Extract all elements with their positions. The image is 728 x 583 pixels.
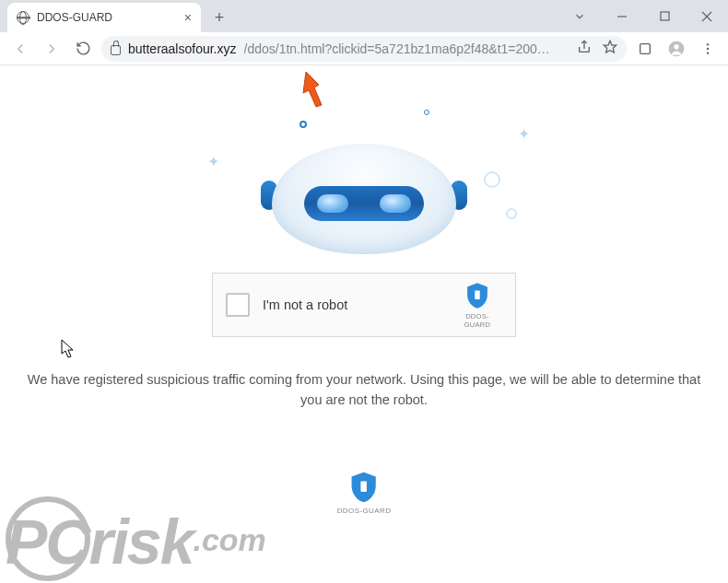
- bookmark-star-icon[interactable]: [603, 40, 617, 58]
- footer-brand-text: DDOS-GUARD: [337, 507, 392, 515]
- reload-button[interactable]: [70, 36, 96, 62]
- profile-button[interactable]: [663, 36, 689, 62]
- svg-rect-12: [475, 290, 479, 299]
- decor-dot-icon: [424, 110, 429, 115]
- captcha-brand: DDOS-GUARD: [452, 312, 502, 329]
- tab-search-button[interactable]: [558, 0, 601, 32]
- back-button[interactable]: [7, 36, 33, 62]
- decor-dot-icon: [299, 121, 307, 128]
- captcha-label: I'm not a robot: [263, 297, 440, 312]
- robot-visor: [304, 186, 424, 221]
- watermark: PCrisk.com: [6, 506, 266, 577]
- browser-toolbar: butteraalsofour.xyz /ddos/1tn.html?click…: [0, 32, 728, 65]
- decor-circle-icon: [484, 171, 500, 188]
- svg-rect-6: [640, 43, 651, 53]
- tab-strip: DDOS-GUARD × +: [0, 0, 728, 32]
- decor-plus-icon: ✦: [518, 125, 530, 143]
- maximize-button[interactable]: [643, 0, 686, 32]
- extensions-button[interactable]: [632, 36, 658, 62]
- kebab-menu-button[interactable]: [695, 36, 721, 62]
- window-controls: [558, 0, 728, 32]
- svg-rect-1: [661, 12, 669, 20]
- captcha-card: I'm not a robot DDOS-GUARD: [212, 273, 516, 337]
- watermark-dotcom: .com: [193, 522, 265, 557]
- robot-illustration: ✦ ✦: [263, 121, 465, 259]
- robot-head: [272, 144, 456, 254]
- close-window-button[interactable]: [686, 0, 728, 32]
- address-bar[interactable]: butteraalsofour.xyz /ddos/1tn.html?click…: [101, 36, 627, 62]
- captcha-badge: DDOS-GUARD: [452, 282, 502, 329]
- browser-tab[interactable]: DDOS-GUARD ×: [7, 3, 201, 32]
- shield-icon: [464, 282, 490, 309]
- captcha-checkbox[interactable]: [226, 293, 250, 317]
- globe-icon: [17, 11, 29, 24]
- svg-point-10: [707, 47, 709, 49]
- lock-icon: [111, 45, 121, 55]
- share-icon[interactable]: [577, 40, 592, 58]
- url-host: butteraalsofour.xyz: [128, 41, 237, 56]
- forward-button[interactable]: [39, 36, 65, 62]
- decor-circle-icon: [506, 208, 517, 219]
- tab-title: DDOS-GUARD: [37, 11, 177, 24]
- close-tab-icon[interactable]: ×: [184, 10, 192, 25]
- watermark-risk: risk: [88, 507, 193, 577]
- svg-marker-5: [604, 41, 616, 52]
- svg-point-9: [707, 43, 709, 45]
- svg-rect-13: [361, 481, 368, 491]
- footer-brand: DDOS-GUARD: [337, 471, 392, 515]
- decor-plus-icon: ✦: [207, 153, 219, 170]
- new-tab-button[interactable]: +: [206, 5, 232, 30]
- url-path: /ddos/1tn.html?clickid=5a721bz1ma6p2f48&…: [244, 41, 562, 56]
- watermark-pc: PC: [6, 507, 88, 577]
- omnibox-actions: [577, 40, 617, 58]
- warning-message: We have registered suspicious traffic co…: [0, 369, 728, 411]
- minimize-button[interactable]: [601, 0, 643, 32]
- svg-point-11: [707, 52, 709, 53]
- svg-point-8: [674, 44, 678, 49]
- shield-icon: [348, 471, 380, 504]
